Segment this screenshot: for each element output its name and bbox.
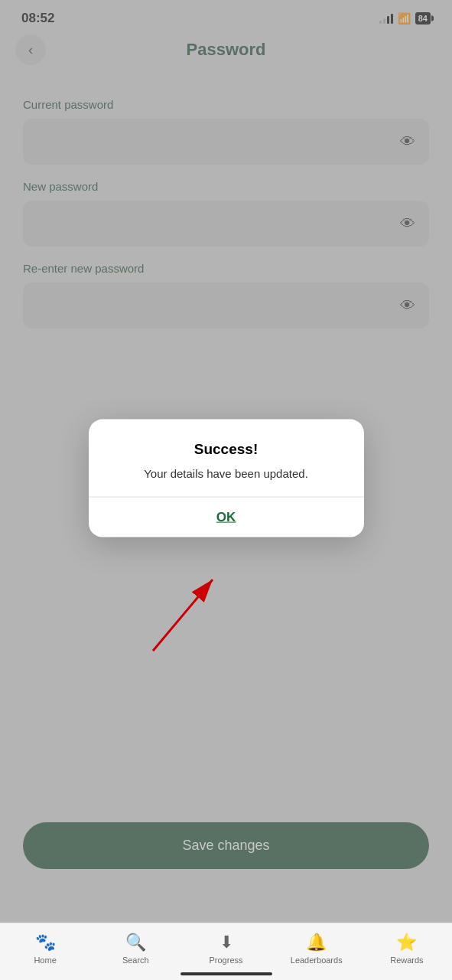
success-dialog: Success! Your details have been updated.… <box>89 420 364 537</box>
nav-label-leaderboards: Leaderboards <box>291 956 343 965</box>
dialog-body: Success! Your details have been updated. <box>89 420 364 497</box>
nav-label-home: Home <box>34 956 56 965</box>
leaderboards-icon: 🔔 <box>306 933 327 952</box>
rewards-icon: ⭐ <box>396 933 417 952</box>
nav-label-rewards: Rewards <box>390 956 423 965</box>
nav-item-progress[interactable]: ⬇ Progress <box>180 933 271 965</box>
nav-item-search[interactable]: 🔍 Search <box>90 933 180 965</box>
nav-label-progress: Progress <box>209 956 242 965</box>
home-icon: 🐾 <box>35 933 56 952</box>
nav-item-leaderboards[interactable]: 🔔 Leaderboards <box>272 933 362 965</box>
ok-button[interactable]: OK <box>89 498 364 537</box>
nav-item-rewards[interactable]: ⭐ Rewards <box>362 933 452 965</box>
search-icon: 🔍 <box>125 933 146 952</box>
progress-icon: ⬇ <box>219 933 233 952</box>
bottom-nav: 🐾 Home 🔍 Search ⬇ Progress 🔔 Leaderboard… <box>0 923 452 980</box>
home-indicator <box>180 972 272 975</box>
dialog-message: Your details have been updated. <box>107 466 346 482</box>
dialog-title: Success! <box>107 441 346 458</box>
nav-label-search: Search <box>122 956 149 965</box>
nav-item-home[interactable]: 🐾 Home <box>0 933 90 965</box>
